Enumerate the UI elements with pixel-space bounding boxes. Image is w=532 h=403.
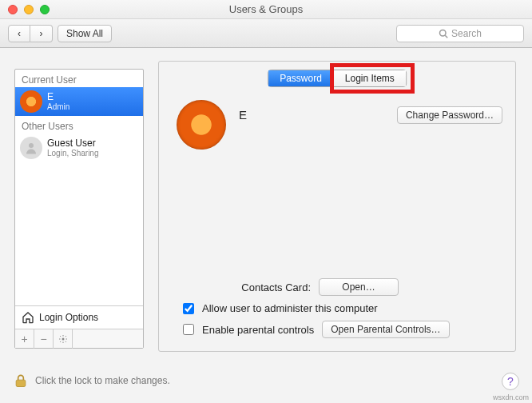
svg-line-1: [445, 35, 447, 38]
window-title: Users & Groups: [229, 3, 303, 15]
lock-icon: [13, 373, 29, 389]
avatar: [20, 137, 42, 159]
current-user-label: Current User: [15, 70, 143, 87]
parental-checkbox[interactable]: [183, 324, 194, 335]
sidebar-login-options[interactable]: Login Options: [15, 305, 143, 329]
search-input[interactable]: Search: [396, 25, 524, 42]
open-contacts-button[interactable]: Open…: [319, 278, 399, 296]
back-button[interactable]: ‹: [8, 25, 30, 42]
house-icon: [22, 311, 34, 324]
sidebar-item-current-user[interactable]: E Admin: [15, 87, 143, 116]
help-button[interactable]: ?: [502, 373, 519, 390]
search-placeholder: Search: [451, 28, 482, 39]
close-icon[interactable]: [8, 5, 18, 14]
gear-icon: [58, 334, 68, 344]
contacts-card-label: Contacts Card:: [183, 281, 311, 293]
show-all-button[interactable]: Show All: [58, 25, 112, 42]
lock-row[interactable]: Click the lock to make changes.: [13, 373, 170, 389]
search-icon: [439, 29, 448, 38]
svg-point-2: [29, 143, 34, 148]
chevron-right-icon: ›: [40, 28, 43, 39]
svg-point-3: [62, 338, 64, 341]
window-controls: [8, 5, 50, 14]
open-parental-controls-button[interactable]: Open Parental Controls…: [322, 321, 449, 338]
watermark: wsxdn.com: [493, 393, 529, 401]
sidebar-toolbar: + −: [15, 329, 143, 348]
user-sidebar: Current User E Admin Other Users Guest U…: [14, 69, 144, 349]
svg-point-0: [439, 30, 446, 36]
profile-name: E: [239, 108, 248, 122]
user-name: Guest User: [47, 138, 99, 149]
user-detail-pane: Password Login Items E Change Password… …: [158, 61, 516, 352]
avatar: [20, 90, 42, 113]
sidebar-item-guest-user[interactable]: Guest User Login, Sharing: [15, 134, 143, 162]
titlebar: Users & Groups: [0, 0, 532, 19]
other-users-label: Other Users: [15, 116, 143, 134]
zoom-icon[interactable]: [40, 5, 50, 14]
parental-controls-row: Enable parental controls Open Parental C…: [183, 321, 499, 338]
person-icon: [24, 141, 38, 155]
prefpane: Current User E Admin Other Users Guest U…: [0, 48, 532, 403]
profile-picture[interactable]: [177, 100, 226, 150]
contacts-card-row: Contacts Card: Open…: [183, 278, 499, 296]
remove-user-button[interactable]: −: [34, 329, 54, 349]
admin-checkbox-row: Allow user to administer this computer: [183, 302, 499, 314]
admin-checkbox[interactable]: [183, 303, 194, 314]
tab-password[interactable]: Password: [268, 70, 334, 86]
svg-rect-4: [16, 380, 26, 386]
user-role: Login, Sharing: [47, 149, 99, 158]
actions-button[interactable]: [54, 329, 73, 349]
minimize-icon[interactable]: [24, 5, 34, 14]
chevron-left-icon: ‹: [18, 28, 21, 39]
admin-checkbox-label: Allow user to administer this computer: [202, 302, 378, 314]
parental-checkbox-label: Enable parental controls: [202, 324, 314, 336]
change-password-button[interactable]: Change Password…: [397, 106, 502, 124]
forward-button[interactable]: ›: [30, 25, 53, 42]
lock-text: Click the lock to make changes.: [35, 375, 170, 386]
tab-bar: Password Login Items: [268, 70, 407, 87]
toolbar: ‹ › Show All Search: [0, 19, 532, 48]
user-name: E: [47, 92, 69, 102]
tab-login-items[interactable]: Login Items: [334, 70, 406, 86]
user-role: Admin: [47, 102, 69, 111]
add-user-button[interactable]: +: [15, 329, 34, 349]
